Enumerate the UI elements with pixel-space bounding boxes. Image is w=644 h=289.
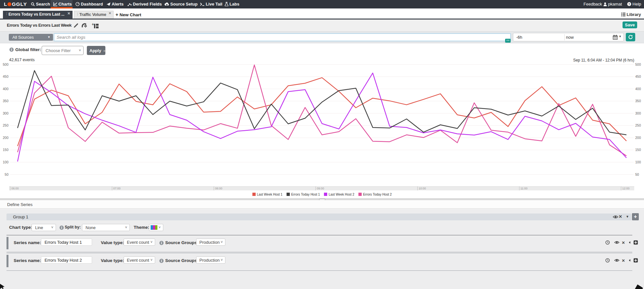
svg-text:250: 250 (635, 123, 641, 127)
svg-text:500: 500 (3, 62, 8, 66)
svg-text:150: 150 (635, 148, 641, 152)
svg-text:300: 300 (635, 111, 641, 115)
svg-text:350: 350 (3, 99, 8, 103)
svg-text:400: 400 (635, 87, 641, 91)
svg-text:100: 100 (3, 160, 8, 164)
svg-text:07:00: 07:00 (113, 187, 121, 190)
svg-text:500: 500 (635, 62, 641, 66)
svg-text:✕: ✕ (622, 258, 625, 263)
svg-text:08:00: 08:00 (215, 187, 222, 190)
svg-text:400: 400 (3, 87, 8, 91)
svg-text:09:00: 09:00 (317, 187, 324, 190)
svg-text:450: 450 (635, 75, 641, 78)
svg-text:350: 350 (635, 99, 641, 103)
svg-text:✕: ✕ (622, 241, 625, 245)
svg-text:150: 150 (3, 148, 8, 152)
svg-text:50: 50 (5, 172, 8, 176)
svg-text:?: ? (628, 2, 630, 6)
svg-text:200: 200 (3, 136, 8, 140)
svg-text:11:00: 11:00 (520, 187, 528, 190)
svg-text:450: 450 (3, 75, 8, 78)
svg-text:50: 50 (635, 172, 639, 176)
svg-text:10:00: 10:00 (419, 187, 426, 190)
svg-text:250: 250 (3, 123, 8, 127)
svg-text:200: 200 (635, 136, 641, 140)
svg-text:06:00: 06:00 (11, 187, 19, 190)
svg-text:300: 300 (3, 111, 8, 115)
svg-text:12:00: 12:00 (622, 187, 630, 190)
svg-text:100: 100 (635, 160, 641, 164)
